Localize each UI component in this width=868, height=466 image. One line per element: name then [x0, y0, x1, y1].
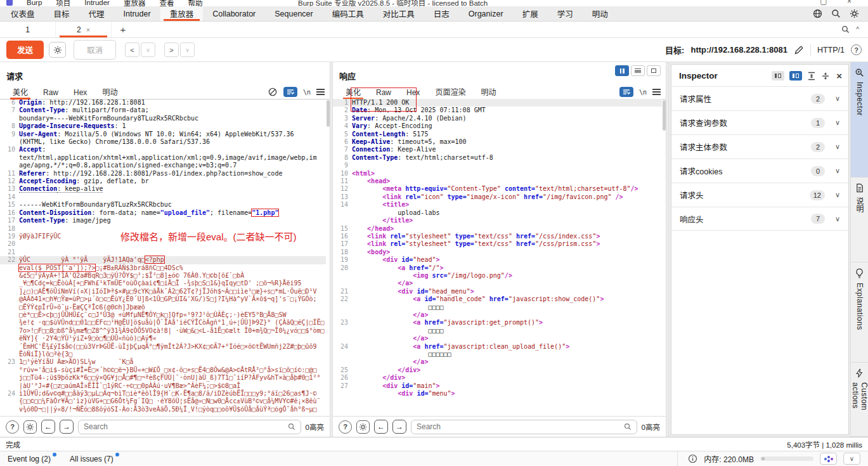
- help-icon[interactable]: ?: [851, 44, 862, 55]
- code-line[interactable]: 23 <a href="javascript:get_prompt()">: [333, 319, 662, 327]
- chevron-down-icon[interactable]: ∨: [835, 191, 840, 199]
- globe-icon[interactable]: [813, 9, 822, 18]
- inspector-section-2[interactable]: 请求主体参数2∨: [671, 134, 848, 159]
- side-tab-说明[interactable]: 说明: [851, 178, 868, 262]
- inspector-dock-right-icon[interactable]: [789, 71, 802, 81]
- code-line[interactable]: 8Content-Type: text/html;charset=utf-8: [333, 154, 662, 162]
- code-line[interactable]: 10<html>: [333, 170, 662, 178]
- wrap-lines-icon[interactable]: [619, 87, 633, 97]
- code-line[interactable]: 24 <a href="javascript:clean_upload_file…: [333, 343, 662, 351]
- code-line[interactable]: |àU'°J«#{□z□aúmAÎ¤ËÎÎ`□1ýRC·÷©□□0pÀÃú·uV…: [0, 382, 326, 390]
- code-line[interactable]: 13Connection: keep-alive: [0, 185, 326, 193]
- code-line[interactable]: 7Content-Type: multipart/form-data;: [0, 107, 326, 114]
- code-line[interactable]: 21 <div id="head_menu">: [333, 288, 662, 295]
- search-settings-gear-icon[interactable]: [356, 420, 370, 434]
- code-line[interactable]: □□□□□□: [333, 351, 662, 358]
- code-line[interactable]: {□□©□□¼FàÓr¥Ä□'ìz}ùVG+□□G6Ôt¼Fg`IQ□ ·éY8…: [0, 398, 326, 405]
- main-tab-9[interactable]: 日志: [424, 6, 459, 21]
- search-input[interactable]: [417, 422, 620, 431]
- main-tab-10[interactable]: Organizer: [459, 6, 513, 21]
- search-next-icon[interactable]: →: [392, 420, 406, 434]
- main-tab-13[interactable]: 明动: [583, 6, 618, 21]
- code-line[interactable]: 26 </div>: [333, 374, 662, 382]
- chevron-down-icon[interactable]: ∨: [835, 119, 840, 127]
- response-tab-raw[interactable]: Raw: [368, 86, 399, 99]
- main-tab-5[interactable]: Collaborator: [203, 6, 265, 21]
- inspector-section-4[interactable]: 请求头12∨: [671, 183, 848, 207]
- code-line[interactable]: 12 <meta http-equiv="Content-Type" conte…: [333, 185, 662, 193]
- code-line[interactable]: 19 <div id="head">: [333, 256, 662, 264]
- chevron-down-icon[interactable]: ∨: [843, 453, 860, 465]
- code-line[interactable]: □□□□: [333, 327, 662, 335]
- response-tab-render[interactable]: 页面渲染: [427, 84, 473, 99]
- gear-icon[interactable]: [850, 9, 859, 18]
- inspector-section-1[interactable]: 请求查询参数1∨: [671, 110, 848, 134]
- editor-menu-icon[interactable]: [652, 89, 661, 95]
- response-scrollbar[interactable]: [663, 100, 666, 131]
- edit-target-pencil-icon[interactable]: [794, 45, 804, 55]
- response-editor[interactable]: 1HTTP/1.1 200 OK2Date: Mon, 13 Oct 2025 …: [333, 99, 662, 416]
- code-line[interactable]: 16Content-Disposition: form-data; name="…: [0, 209, 326, 217]
- code-line[interactable]: 7o>!□F□□8□bß^å¼mæ¶□Z8^^ÿ31¾Ã9¢ÒÖ5VO¢à!8|…: [0, 327, 326, 335]
- search-prev-icon[interactable]: ←: [41, 420, 55, 434]
- side-tab-custom-actions[interactable]: Custom actions: [851, 363, 868, 437]
- collapse-all-icon[interactable]: [807, 72, 816, 81]
- code-line[interactable]: 20: [0, 240, 326, 248]
- code-line[interactable]: 14: [0, 193, 326, 201]
- main-tab-0[interactable]: 仪表盘: [1, 6, 44, 21]
- main-tab-8[interactable]: 对比工具: [373, 6, 424, 21]
- main-tab-7[interactable]: 编码工具: [323, 6, 373, 21]
- layout-columns-icon[interactable]: [615, 65, 629, 76]
- side-tab-inspector[interactable]: Inspector: [851, 62, 868, 178]
- menu-intruder[interactable]: Intruder: [84, 0, 110, 6]
- code-line[interactable]: @AÁð41×□h¥□Ÿæ=ùP□>µ´ö□c□ËùY¿Ë0´U]ß<1Û□GP…: [0, 295, 326, 303]
- main-tab-11[interactable]: 扩展: [513, 6, 548, 21]
- code-line[interactable]: 16 <link rel="stylesheet" type="text/css…: [333, 233, 662, 240]
- request-tab-extension[interactable]: 明动: [94, 84, 125, 99]
- code-line[interactable]: 17 <link rel="stylesheet" type="text/css…: [333, 240, 662, 248]
- code-line[interactable]: 20 <a href="/">: [333, 264, 662, 272]
- code-line[interactable]: </a>: [333, 280, 662, 287]
- back-dropdown[interactable]: ∨: [141, 42, 155, 57]
- code-line[interactable]: _¥□¶Cdç=k□ËòùÀ[+□FWh£¹kTmÜE°oùÕçàai¢¶□iÅ…: [0, 280, 326, 287]
- bapp-dots-icon[interactable]: [820, 453, 837, 465]
- menu-view[interactable]: 查看: [159, 0, 174, 6]
- code-line[interactable]: 9: [333, 162, 662, 169]
- side-tab-explanations[interactable]: Explanations: [851, 262, 868, 363]
- code-line[interactable]: 10Accept:: [0, 146, 326, 153]
- show-newlines-icon[interactable]: \n: [303, 89, 311, 96]
- code-line[interactable]: □ËÝÝ¢pÎrÜ»ö¨µ-ËæÇÇªÎ©ß(@0©h]Jþææõ: [0, 304, 326, 311]
- search-prev-icon[interactable]: ←: [374, 420, 388, 434]
- chevron-down-icon[interactable]: ∨: [835, 94, 840, 103]
- code-line[interactable]: 7Connection: Keep-Alive: [333, 146, 662, 153]
- show-newlines-icon[interactable]: \n: [639, 89, 647, 96]
- send-button[interactable]: 发送: [6, 41, 44, 59]
- code-line[interactable]: 18: [0, 225, 326, 233]
- search-icon[interactable]: [831, 9, 841, 18]
- all-issues-button[interactable]: All issues (7): [70, 455, 113, 463]
- code-line[interactable]: 13 <link rel="icon" type="image/x-icon" …: [333, 193, 662, 201]
- session-tab-2[interactable]: 2 ×: [56, 22, 112, 37]
- code-line[interactable]: 24ì1Û¥Ü;d&v©q#□□åàý3□µL□Áq¬bìT□iè*êõlÎ9{…: [0, 390, 326, 398]
- send-settings-gear-icon[interactable]: [49, 42, 66, 58]
- cancel-button[interactable]: 取消: [74, 40, 116, 60]
- menu-project[interactable]: 项目: [56, 0, 70, 6]
- code-line[interactable]: 4Vary: Accept-Encoding: [333, 122, 662, 130]
- chevron-down-icon[interactable]: ∨: [835, 215, 840, 223]
- main-tab-12[interactable]: 学习: [548, 6, 583, 21]
- code-line[interactable]: 231□¹ýèYíåU Àæ>ÄO)SL¼w ¨K□å: [0, 358, 326, 366]
- inspector-section-3[interactable]: 请求cookies0∨: [671, 159, 848, 183]
- search-help-icon[interactable]: ?: [6, 420, 19, 434]
- response-tab-hex[interactable]: Hex: [399, 86, 427, 99]
- request-editor[interactable]: 6Origin: http://192.168.228.1:80817Conte…: [0, 99, 326, 416]
- wrap-lines-icon[interactable]: [283, 87, 297, 97]
- forward-dropdown[interactable]: ∨: [180, 42, 195, 57]
- inspector-section-5[interactable]: 响应头7∨: [671, 207, 848, 231]
- code-line[interactable]: 14 <title>: [333, 201, 662, 209]
- code-line[interactable]: </a>: [333, 358, 662, 366]
- code-line[interactable]: ]¿□)□AË¶ôÛíNmVí(¤X|iIóIÞª$×#µ□9cYK□ãÅk¯Á…: [0, 288, 326, 295]
- event-log-button[interactable]: Event log (2): [8, 455, 51, 463]
- window-controls[interactable]: ▢ ×: [820, 0, 860, 6]
- search-help-icon[interactable]: ?: [339, 420, 352, 434]
- code-line[interactable]: 25 </div>: [333, 366, 662, 374]
